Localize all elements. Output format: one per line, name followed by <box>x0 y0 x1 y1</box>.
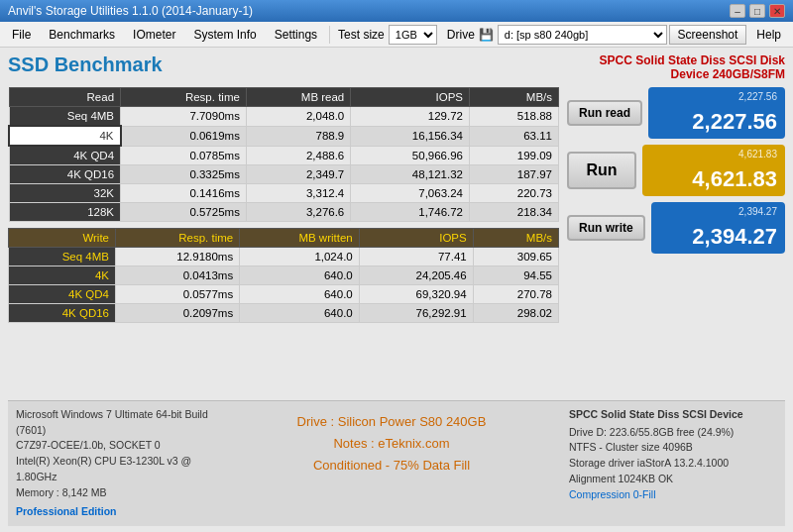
write-score-large: 2,394.27 <box>692 224 777 250</box>
read-score-small: 2,227.56 <box>738 91 777 102</box>
ssd-title: SSD Benchmark <box>8 53 163 76</box>
drive-note-1: Drive : Silicon Power S80 240GB <box>222 411 561 433</box>
drive-notes: Drive : Silicon Power S80 240GB Notes : … <box>222 407 561 520</box>
device-line2: Device 240GB/S8FM <box>600 67 785 81</box>
device-info: SPCC Solid State Diss SCSI Disk Device 2… <box>600 53 785 81</box>
col-read: Read <box>9 88 121 107</box>
menu-file[interactable]: File <box>4 26 39 44</box>
read-table-row: 4K0.0619ms788.916,156.3463.11 <box>9 126 559 146</box>
read-table: Read Resp. time MB read IOPS MB/s Seq 4M… <box>8 87 559 222</box>
menu-sysinfo[interactable]: System Info <box>185 26 264 44</box>
col-resp-time-w: Resp. time <box>116 229 240 248</box>
device-alignment: Alignment 1024KB OK <box>569 472 777 487</box>
total-score-section: Run 4,621.83 4,621.83 <box>567 145 785 196</box>
total-score-large: 4,621.83 <box>692 166 777 192</box>
menu-settings[interactable]: Settings <box>267 26 325 44</box>
device-fs: NTFS - Cluster size 4096B <box>569 440 777 456</box>
col-mbs-r: MB/s <box>470 88 559 107</box>
drive-label: Drive <box>447 28 475 42</box>
sys-mem: Memory : 8,142 MB <box>16 485 214 501</box>
menu-iometer[interactable]: IOmeter <box>125 26 183 44</box>
run-read-button[interactable]: Run read <box>567 100 642 126</box>
col-mb-read: MB read <box>246 88 350 107</box>
col-mbs-w: MB/s <box>473 229 558 248</box>
test-size-group: Test size 1GB <box>338 25 437 45</box>
write-score-box: 2,394.27 2,394.27 <box>651 202 785 254</box>
read-table-row: 4K QD160.3325ms2,349.748,121.32187.97 <box>9 165 559 184</box>
title-bar: Anvil's Storage Utilities 1.1.0 (2014-Ja… <box>0 0 793 22</box>
col-iops-w: IOPS <box>359 229 473 248</box>
menu-help[interactable]: Help <box>748 26 789 44</box>
close-button[interactable]: ✕ <box>769 4 785 18</box>
sys-mb: C7Z97-OCEE/1.0b, SOCKET 0 <box>16 438 214 454</box>
app-title: Anvil's Storage Utilities 1.1.0 (2014-Ja… <box>8 4 253 18</box>
read-score-large: 2,227.56 <box>692 109 777 135</box>
drive-note-3: Conditioned - 75% Data Fill <box>222 455 561 477</box>
write-table: Write Resp. time MB written IOPS MB/s Se… <box>8 228 559 323</box>
minimize-button[interactable]: – <box>730 4 745 18</box>
main-area: SSD Benchmark SPCC Solid State Diss SCSI… <box>0 48 793 532</box>
sys-info: Microsoft Windows 7 Ultimate 64-bit Buil… <box>16 407 214 520</box>
test-size-label: Test size <box>338 28 385 42</box>
write-table-row: 4K QD40.0577ms640.069,320.94270.78 <box>9 285 559 304</box>
run-write-button[interactable]: Run write <box>567 215 645 241</box>
write-score-section: Run write 2,394.27 2,394.27 <box>567 202 785 254</box>
device-driver: Storage driver iaStorA 13.2.4.1000 <box>569 456 777 472</box>
device-drive: Drive D: 223.6/55.8GB free (24.9%) <box>569 425 777 441</box>
sys-cpu: Intel(R) Xeon(R) CPU E3-1230L v3 @ 1.80G… <box>16 454 214 485</box>
write-table-row: 4K QD160.2097ms640.076,292.91298.02 <box>9 304 559 323</box>
total-score-box: 4,621.83 4,621.83 <box>642 145 785 196</box>
read-table-row: 4K QD40.0785ms2,488.650,966.96199.09 <box>9 146 559 165</box>
read-score-section: Run read 2,227.56 2,227.56 <box>567 87 785 139</box>
device-stats: SPCC Solid State Diss SCSI Device Drive … <box>569 407 777 520</box>
write-table-row: Seq 4MB12.9180ms1,024.077.41309.65 <box>9 248 559 266</box>
menu-bar: File Benchmarks IOmeter System Info Sett… <box>0 22 793 48</box>
bench-area: Read Resp. time MB read IOPS MB/s Seq 4M… <box>8 87 785 394</box>
read-table-row: 128K0.5725ms3,276.61,746.72218.34 <box>9 203 559 222</box>
screenshot-button[interactable]: Screenshot <box>669 25 747 45</box>
col-mb-written: MB written <box>240 229 360 248</box>
read-table-row: 32K0.1416ms3,312.47,063.24220.73 <box>9 184 559 203</box>
bottom-section: Microsoft Windows 7 Ultimate 64-bit Buil… <box>8 400 785 526</box>
window-controls: – □ ✕ <box>730 4 785 18</box>
benchmark-header: SSD Benchmark SPCC Solid State Diss SCSI… <box>8 53 785 81</box>
write-table-row: 4K0.0413ms640.024,205.4694.55 <box>9 266 559 285</box>
test-size-select[interactable]: 1GB <box>389 25 437 45</box>
drive-select[interactable]: d: [sp s80 240gb] <box>498 25 667 45</box>
pro-edition: Professional Edition <box>16 504 214 520</box>
run-button[interactable]: Run <box>567 152 636 189</box>
maximize-button[interactable]: □ <box>749 4 765 18</box>
menu-separator <box>329 26 330 44</box>
col-iops-r: IOPS <box>351 88 470 107</box>
drive-group: Drive 💾 d: [sp s80 240gb] <box>447 25 667 45</box>
device-stats-title: SPCC Solid State Diss SCSI Device <box>569 407 777 423</box>
drive-icon: 💾 <box>479 28 494 42</box>
col-resp-time-r: Resp. time <box>121 88 247 107</box>
right-panel: Run read 2,227.56 2,227.56 Run 4,621.83 … <box>567 87 785 394</box>
drive-note-2: Notes : eTeknix.com <box>222 433 561 455</box>
table-section: Read Resp. time MB read IOPS MB/s Seq 4M… <box>8 87 559 394</box>
menu-benchmarks[interactable]: Benchmarks <box>41 26 123 44</box>
total-score-small: 4,621.83 <box>738 149 777 160</box>
sys-os: Microsoft Windows 7 Ultimate 64-bit Buil… <box>16 407 214 439</box>
read-score-box: 2,227.56 2,227.56 <box>648 87 785 139</box>
device-compression: Compression 0-Fill <box>569 487 777 503</box>
read-table-row: Seq 4MB7.7090ms2,048.0129.72518.88 <box>9 107 559 127</box>
write-score-small: 2,394.27 <box>738 206 777 217</box>
device-line1: SPCC Solid State Diss SCSI Disk <box>600 53 785 67</box>
col-write: Write <box>9 229 116 248</box>
